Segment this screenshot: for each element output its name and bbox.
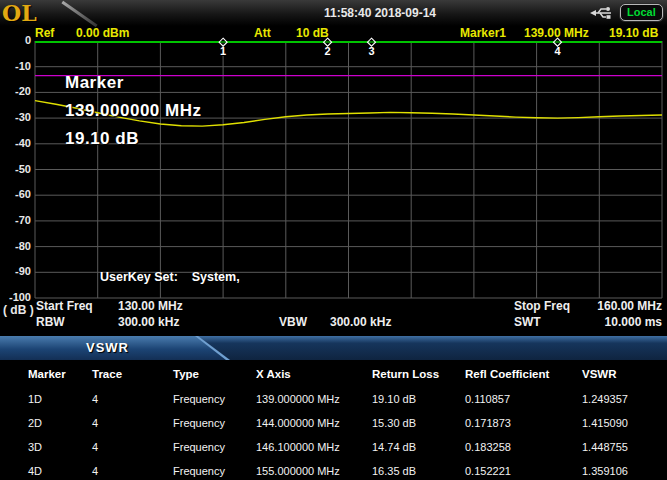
- datetime-display: 11:58:40 2018-09-14: [280, 6, 480, 20]
- table-cell: 155.000000 MHz: [256, 465, 340, 477]
- table-cell: Frequency: [173, 417, 225, 429]
- marker-number: 3: [365, 45, 377, 57]
- table-cell: 4: [92, 393, 98, 405]
- tab-vswr-label: VSWR: [60, 340, 155, 355]
- table-header-cell: Return Loss: [372, 368, 439, 380]
- ref-level-label[interactable]: Ref: [35, 26, 54, 40]
- usb-icon: [589, 5, 613, 25]
- y-axis-label: -10: [0, 60, 31, 72]
- marker-table: MarkerTraceTypeX AxisReturn LossRefl Coe…: [0, 360, 667, 480]
- marker-number: 4: [552, 45, 564, 57]
- table-cell: 1D: [28, 393, 42, 405]
- table-cell: 1.249357: [582, 393, 628, 405]
- marker-number: 1: [217, 45, 229, 57]
- table-cell: 2D: [28, 417, 42, 429]
- brand-logo: OL: [2, 0, 37, 26]
- marker-readout-title: Marker: [65, 69, 201, 97]
- marker-readout: Marker 139.000000 MHz 19.10 dB: [65, 69, 201, 153]
- header-diagonal-divider: [61, 1, 97, 28]
- table-cell: Frequency: [173, 465, 225, 477]
- swt-label: SWT: [514, 315, 541, 329]
- vbw-value: 300.00 kHz: [330, 315, 391, 329]
- rbw-value: 300.00 kHz: [118, 315, 179, 329]
- y-axis-label: -60: [0, 188, 31, 200]
- table-header-cell: Type: [173, 368, 199, 380]
- marker-number: 2: [322, 45, 334, 57]
- table-cell: 4: [92, 441, 98, 453]
- table-header-cell: VSWR: [582, 368, 617, 380]
- rbw-label: RBW: [36, 315, 65, 329]
- y-axis-label: -50: [0, 163, 31, 175]
- stop-freq-value: 160.00 MHz: [588, 299, 662, 313]
- marker-readout-level: 19.10 dB: [65, 125, 201, 153]
- table-cell: Frequency: [173, 441, 225, 453]
- table-cell: 4D: [28, 465, 42, 477]
- table-cell: 1.415090: [582, 417, 628, 429]
- y-axis-label: -40: [0, 137, 31, 149]
- y-axis-label: 0: [0, 34, 31, 46]
- y-axis-label: -80: [0, 240, 31, 252]
- table-header-cell: Trace: [92, 368, 122, 380]
- table-cell: 0.171873: [465, 417, 511, 429]
- marker1-level: 19.10 dB: [609, 26, 658, 40]
- table-cell: 4: [92, 417, 98, 429]
- table-cell: 1.448755: [582, 441, 628, 453]
- table-cell: 16.35 dB: [372, 465, 416, 477]
- table-cell: 146.100000 MHz: [256, 441, 340, 453]
- marker1-frequency: 139.00 MHz: [524, 26, 589, 40]
- table-cell: 14.74 dB: [372, 441, 416, 453]
- y-axis-label: -30: [0, 111, 31, 123]
- table-cell: 1.359106: [582, 465, 628, 477]
- tab-vswr[interactable]: VSWR: [0, 336, 228, 360]
- function-tab-bar: VSWR: [0, 336, 667, 360]
- table-header-cell: Marker: [28, 368, 66, 380]
- start-freq-value: 130.00 MHz: [118, 299, 183, 313]
- table-cell: 19.10 dB: [372, 393, 416, 405]
- userkey-message: UserKey Set: System,: [100, 270, 240, 284]
- local-button[interactable]: Local: [620, 4, 663, 21]
- y-axis-label: -20: [0, 85, 31, 97]
- table-cell: 4: [92, 465, 98, 477]
- marker-readout-frequency: 139.000000 MHz: [65, 97, 201, 125]
- table-header-cell: X Axis: [256, 368, 291, 380]
- y-axis-label: -70: [0, 214, 31, 226]
- table-cell: Frequency: [173, 393, 225, 405]
- attenuation-value[interactable]: 10 dB: [296, 26, 329, 40]
- y-axis-label: -100: [0, 291, 31, 303]
- swt-value: 10.000 ms: [588, 315, 662, 329]
- marker1-label[interactable]: Marker1: [460, 26, 506, 40]
- table-cell: 139.000000 MHz: [256, 393, 340, 405]
- vbw-label: VBW: [279, 315, 307, 329]
- table-cell: 0.110857: [465, 393, 510, 405]
- header-bar: OL 11:58:40 2018-09-14 Local: [0, 0, 667, 26]
- y-axis-unit: ( dB ): [3, 303, 34, 317]
- table-cell: 0.183258: [465, 441, 511, 453]
- ref-level-value[interactable]: 0.00 dBm: [76, 26, 129, 40]
- table-cell: 15.30 dB: [372, 417, 416, 429]
- plot-area: 1234 Marker 139.000000 MHz 19.10 dB User…: [35, 41, 662, 298]
- attenuation-label[interactable]: Att: [254, 26, 271, 40]
- table-cell: 3D: [28, 441, 42, 453]
- table-header-cell: Refl Coefficient: [465, 368, 549, 380]
- table-cell: 144.000000 MHz: [256, 417, 340, 429]
- y-axis-label: -90: [0, 265, 31, 277]
- start-freq-label: Start Freq: [36, 299, 93, 313]
- analyzer-screen: OL 11:58:40 2018-09-14 Local Ref 0.00 dB…: [0, 0, 667, 480]
- table-cell: 0.152221: [465, 465, 511, 477]
- stop-freq-label: Stop Freq: [514, 299, 570, 313]
